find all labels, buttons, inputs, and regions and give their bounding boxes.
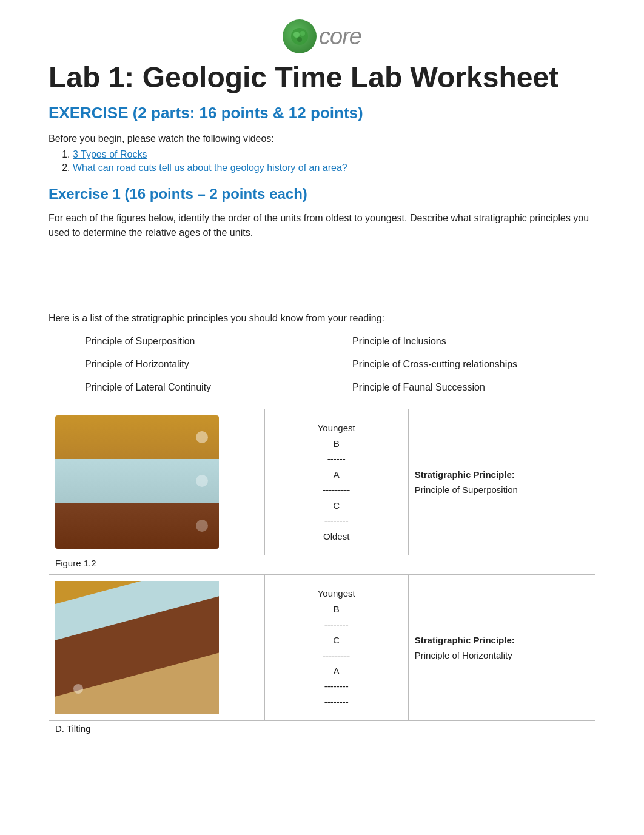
video-link-2[interactable]: What can road cuts tell us about the geo… <box>73 163 347 173</box>
figure-caption-1: Figure 1.2 <box>49 555 595 575</box>
intro-text: Before you begin, please watch the follo… <box>49 133 595 144</box>
image-spacer <box>49 252 595 313</box>
logo-icon <box>283 19 317 53</box>
principle-lateral: Principle of Lateral Continuity <box>85 378 328 397</box>
fig1-layer-top <box>55 415 219 459</box>
order-oldest-1: Oldest <box>271 529 402 545</box>
order-dash4-2: -------- <box>271 694 402 710</box>
figure-order-cell-2: Youngest B -------- C --------- A ------… <box>264 575 408 721</box>
stratigraphic-label-2: Stratigraphic Principle: <box>415 635 589 645</box>
figure-image-cell-2 <box>49 575 265 721</box>
exercise1-heading: Exercise 1 (16 points – 2 points each) <box>49 186 595 203</box>
figure-principle-cell-1: Stratigraphic Principle: Principle of Su… <box>408 409 595 555</box>
order-dash1-2: -------- <box>271 617 402 632</box>
svg-point-1 <box>293 32 300 38</box>
figure-caption-row-2: D. Tilting <box>49 721 595 740</box>
figures-table: Youngest B ------ A --------- C --------… <box>49 409 595 740</box>
page-title: Lab 1: Geologic Time Lab Worksheet <box>49 61 595 94</box>
order-a-1: A <box>271 467 402 483</box>
exercise-heading: EXERCISE (2 parts: 16 points & 12 points… <box>49 104 595 122</box>
table-row-2: Youngest B -------- C --------- A ------… <box>49 575 595 721</box>
order-youngest-1: Youngest <box>271 420 402 436</box>
table-row: Youngest B ------ A --------- C --------… <box>49 409 595 555</box>
order-b-1: B <box>271 436 402 452</box>
list-item: What can road cuts tell us about the geo… <box>73 163 595 173</box>
principle-crosscutting: Principle of Cross-cutting relationships <box>352 355 595 374</box>
principle-name-1: Principle of Superposition <box>415 485 589 495</box>
order-youngest-2: Youngest <box>271 586 402 602</box>
principle-name-2: Principle of Horizontality <box>415 650 589 660</box>
video-link-1[interactable]: 3 Types of Rocks <box>73 149 147 159</box>
principle-faunal: Principle of Faunal Succession <box>352 378 595 397</box>
order-b-2: B <box>271 602 402 617</box>
principle-superposition: Principle of Superposition <box>85 332 328 350</box>
fig1-layer-bot <box>55 503 219 549</box>
figure-order-cell-1: Youngest B ------ A --------- C --------… <box>264 409 408 555</box>
stratigraphic-label-1: Stratigraphic Principle: <box>415 469 589 480</box>
order-c-1: C <box>271 498 402 514</box>
figure-principle-cell-2: Stratigraphic Principle: Principle of Ho… <box>408 575 595 721</box>
principles-intro: Here is a list of the stratigraphic prin… <box>49 313 595 324</box>
svg-point-0 <box>291 28 308 45</box>
figure-caption-row-1: Figure 1.2 <box>49 555 595 575</box>
video-list: 3 Types of Rocks What can road cuts tell… <box>73 149 595 173</box>
order-dash2-2: --------- <box>271 648 402 663</box>
order-dash1-1: ------ <box>271 451 402 467</box>
order-a-2: A <box>271 663 402 679</box>
order-dash3-1: -------- <box>271 513 402 529</box>
principles-grid: Principle of Superposition Principle of … <box>85 332 595 397</box>
principle-horizontality: Principle of Horizontality <box>85 355 328 374</box>
svg-point-3 <box>297 37 302 42</box>
list-item: 3 Types of Rocks <box>73 149 595 160</box>
logo: core <box>267 18 377 55</box>
fig1-layer-mid <box>55 459 219 503</box>
rock-figure-2 <box>55 581 219 714</box>
logo-text: core <box>319 24 361 50</box>
figure-caption-2: D. Tilting <box>49 721 595 740</box>
principle-inclusions: Principle of Inclusions <box>352 332 595 350</box>
svg-point-2 <box>300 31 305 36</box>
order-dash3-2: -------- <box>271 679 402 694</box>
logo-container: core <box>49 18 595 55</box>
order-dash2-1: --------- <box>271 482 402 498</box>
rock-figure-1 <box>55 415 219 549</box>
exercise1-description: For each of the figures below, identify … <box>49 211 595 240</box>
order-c-2: C <box>271 632 402 648</box>
figure-image-cell-1 <box>49 409 265 555</box>
fig2-dot-1 <box>73 684 83 694</box>
